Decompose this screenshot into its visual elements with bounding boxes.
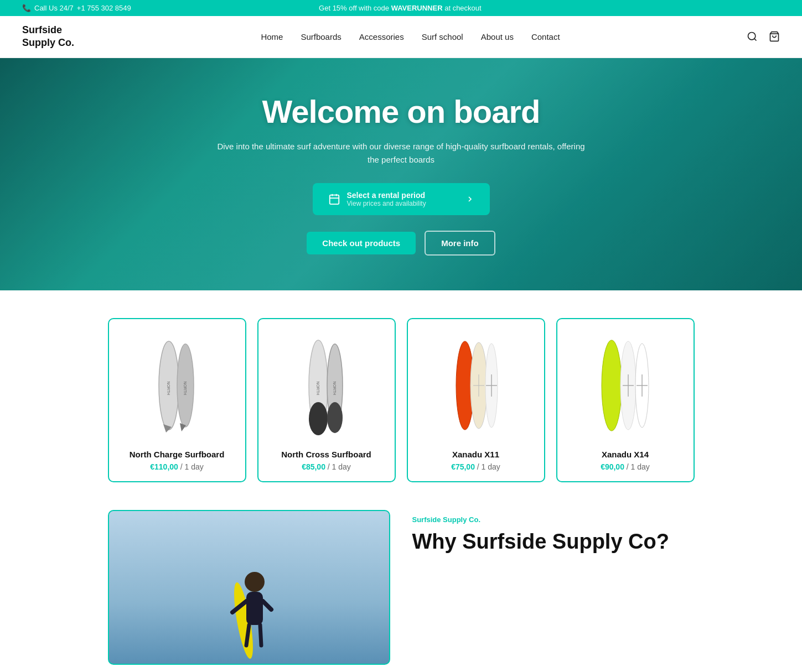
rental-btn-line2: View prices and availability (347, 200, 426, 207)
nav-surfboards[interactable]: Surfboards (301, 32, 341, 41)
svg-line-39 (246, 625, 249, 645)
surfboard-svg-3 (566, 330, 685, 441)
svg-point-16 (327, 402, 343, 433)
rental-period-button[interactable]: Select a rental period View prices and a… (313, 183, 490, 215)
products-grid: NORTH NORTH North Charge Surfboard €110,… (108, 318, 695, 482)
product-name-1: North Cross Surfboard (267, 450, 386, 459)
product-image-2 (417, 330, 535, 441)
rental-btn-line1: Select a rental period (347, 191, 426, 200)
svg-point-0 (748, 33, 756, 40)
promo-suffix: at checkout (443, 4, 482, 12)
svg-point-15 (309, 402, 328, 435)
rental-btn-left: Select a rental period View prices and a… (328, 191, 426, 207)
check-out-button[interactable]: Check out products (307, 232, 416, 254)
product-per-2: / 1 day (475, 462, 500, 471)
phone-label: Call Us 24/7 (34, 4, 74, 12)
hero-section: Welcome on board Dive into the ultimate … (0, 58, 802, 290)
logo-line2: Supply Co. (22, 37, 74, 48)
logo[interactable]: Surfside Supply Co. (22, 24, 74, 50)
cart-button[interactable] (769, 31, 780, 42)
product-price-2: €75,00 / 1 day (417, 462, 535, 471)
surfboard-svg-1: NORTH NORTH (267, 330, 386, 441)
surfboard-svg-2 (417, 330, 535, 441)
product-price-value-1: €85,00 (302, 462, 325, 471)
surfer-illustration (194, 510, 304, 665)
bottom-section: Surfside Supply Co. Why Surfside Supply … (97, 510, 706, 665)
bottom-image-card (108, 510, 390, 665)
hero-actions: Check out products More info (213, 231, 589, 256)
promo-text: Get 15% off with code (319, 4, 391, 12)
svg-text:NORTH: NORTH (167, 381, 170, 395)
product-per-3: / 1 day (624, 462, 650, 471)
svg-text:NORTH: NORTH (316, 381, 320, 395)
svg-rect-36 (246, 592, 263, 625)
hero-subtitle: Dive into the ultimate surf adventure wi… (213, 140, 589, 166)
bottom-heading: Why Surfside Supply Co? (412, 530, 695, 554)
product-price-value-3: €90,00 (601, 462, 624, 471)
svg-text:NORTH: NORTH (333, 381, 337, 395)
nav-home[interactable]: Home (261, 32, 283, 41)
svg-line-1 (754, 39, 757, 41)
hero-title: Welcome on board (213, 93, 589, 130)
product-name-2: Xanadu X11 (417, 450, 535, 459)
main-nav: Home Surfboards Accessories Surf school … (261, 32, 560, 41)
bottom-image-placeholder (109, 511, 389, 664)
nav-accessories[interactable]: Accessories (359, 32, 404, 41)
svg-text:NORTH: NORTH (183, 381, 187, 395)
product-price-3: €90,00 / 1 day (566, 462, 685, 471)
bottom-text: Surfside Supply Co. Why Surfside Supply … (412, 510, 695, 554)
product-image-3 (566, 330, 685, 441)
cart-icon (769, 31, 780, 42)
promo-code: WAVERUNNER (391, 4, 443, 12)
more-info-button[interactable]: More info (425, 231, 495, 256)
chevron-right-icon (465, 195, 474, 204)
top-banner: 📞 Call Us 24/7 +1 755 302 8549 Get 15% o… (0, 0, 802, 16)
product-per-0: / 1 day (178, 462, 204, 471)
phone-icon: 📞 (22, 4, 31, 12)
product-price-value-2: €75,00 (451, 462, 475, 471)
product-card-1[interactable]: NORTH NORTH North Cross Surfboard €85,00… (257, 318, 396, 482)
product-name-3: Xanadu X14 (566, 450, 685, 459)
nav-contact[interactable]: Contact (531, 32, 560, 41)
nav-surf-school[interactable]: Surf school (422, 32, 463, 41)
search-icon (747, 31, 758, 42)
hero-content: Welcome on board Dive into the ultimate … (202, 93, 601, 256)
svg-rect-3 (329, 195, 339, 204)
product-card-0[interactable]: NORTH NORTH North Charge Surfboard €110,… (108, 318, 246, 482)
bottom-brand: Surfside Supply Co. (412, 515, 695, 524)
promo-banner: Get 15% off with code WAVERUNNER at chec… (319, 4, 482, 12)
rental-btn-text: Select a rental period View prices and a… (347, 191, 426, 207)
products-section: NORTH NORTH North Charge Surfboard €110,… (97, 318, 706, 482)
product-price-1: €85,00 / 1 day (267, 462, 386, 471)
svg-point-26 (602, 340, 622, 431)
search-button[interactable] (747, 31, 758, 42)
product-card-2[interactable]: Xanadu X11 €75,00 / 1 day (407, 318, 545, 482)
surfboard-svg-0: NORTH NORTH (118, 330, 236, 441)
product-image-1: NORTH NORTH (267, 330, 386, 441)
site-header: Surfside Supply Co. Home Surfboards Acce… (0, 16, 802, 58)
calendar-icon (328, 193, 340, 205)
phone-number: +1 755 302 8549 (77, 4, 131, 12)
header-icons (747, 31, 780, 42)
product-card-3[interactable]: Xanadu X14 €90,00 / 1 day (556, 318, 695, 482)
product-name-0: North Charge Surfboard (118, 450, 236, 459)
nav-about-us[interactable]: About us (481, 32, 514, 41)
product-price-value-0: €110,00 (150, 462, 178, 471)
svg-point-35 (245, 572, 265, 592)
logo-line1: Surfside (22, 24, 62, 35)
product-image-0: NORTH NORTH (118, 330, 236, 441)
product-per-1: / 1 day (325, 462, 351, 471)
svg-line-40 (260, 625, 261, 645)
product-price-0: €110,00 / 1 day (118, 462, 236, 471)
phone-info: 📞 Call Us 24/7 +1 755 302 8549 (22, 4, 131, 12)
